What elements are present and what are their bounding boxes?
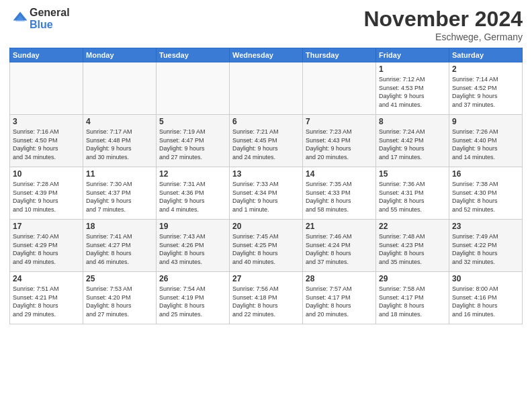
calendar-cell: 4Sunrise: 7:17 AM Sunset: 4:48 PM Daylig… <box>83 115 157 167</box>
header: General Blue November 2024 Eschwege, Ger… <box>9 7 523 42</box>
day-number: 26 <box>159 274 226 283</box>
calendar-week-0: 1Sunrise: 7:12 AM Sunset: 4:53 PM Daylig… <box>10 62 523 115</box>
calendar-cell: 30Sunrise: 8:00 AM Sunset: 4:16 PM Dayli… <box>449 272 523 324</box>
calendar-cell: 28Sunrise: 7:57 AM Sunset: 4:17 PM Dayli… <box>303 272 376 324</box>
day-number: 19 <box>159 222 226 231</box>
day-number: 30 <box>452 274 519 283</box>
day-info: Sunrise: 7:33 AM Sunset: 4:34 PM Dayligh… <box>232 180 300 214</box>
col-tuesday: Tuesday <box>157 48 230 62</box>
calendar-week-4: 24Sunrise: 7:51 AM Sunset: 4:21 PM Dayli… <box>10 272 523 324</box>
day-number: 6 <box>232 117 300 126</box>
day-info: Sunrise: 7:48 AM Sunset: 4:23 PM Dayligh… <box>379 232 446 266</box>
calendar-cell: 5Sunrise: 7:19 AM Sunset: 4:47 PM Daylig… <box>157 115 230 167</box>
day-info: Sunrise: 7:43 AM Sunset: 4:26 PM Dayligh… <box>159 232 226 266</box>
day-number: 13 <box>232 169 300 179</box>
col-wednesday: Wednesday <box>230 48 303 62</box>
col-monday: Monday <box>83 48 157 62</box>
calendar-table: Sunday Monday Tuesday Wednesday Thursday… <box>9 48 523 324</box>
day-number: 12 <box>159 169 226 179</box>
day-number: 3 <box>13 117 80 126</box>
calendar-cell: 25Sunrise: 7:53 AM Sunset: 4:20 PM Dayli… <box>83 272 157 324</box>
day-info: Sunrise: 7:49 AM Sunset: 4:22 PM Dayligh… <box>452 232 519 266</box>
calendar-cell: 8Sunrise: 7:24 AM Sunset: 4:42 PM Daylig… <box>376 115 449 167</box>
day-number: 1 <box>379 64 446 74</box>
day-number: 16 <box>452 169 519 179</box>
day-number: 14 <box>306 169 373 179</box>
logo: General Blue <box>9 7 70 30</box>
day-info: Sunrise: 7:24 AM Sunset: 4:42 PM Dayligh… <box>379 128 446 161</box>
calendar-cell: 9Sunrise: 7:26 AM Sunset: 4:40 PM Daylig… <box>449 115 523 167</box>
day-number: 15 <box>379 169 446 179</box>
day-info: Sunrise: 7:35 AM Sunset: 4:33 PM Dayligh… <box>306 180 373 214</box>
day-number: 11 <box>86 169 153 179</box>
col-thursday: Thursday <box>303 48 376 62</box>
day-number: 10 <box>13 169 80 179</box>
calendar-cell: 20Sunrise: 7:45 AM Sunset: 4:25 PM Dayli… <box>230 220 303 272</box>
day-info: Sunrise: 7:30 AM Sunset: 4:37 PM Dayligh… <box>86 180 153 214</box>
calendar-cell: 17Sunrise: 7:40 AM Sunset: 4:29 PM Dayli… <box>10 220 83 272</box>
day-number: 18 <box>86 222 153 231</box>
logo-general: General <box>30 7 70 19</box>
calendar-week-3: 17Sunrise: 7:40 AM Sunset: 4:29 PM Dayli… <box>10 220 523 272</box>
day-info: Sunrise: 7:40 AM Sunset: 4:29 PM Dayligh… <box>13 232 80 266</box>
calendar-cell: 18Sunrise: 7:41 AM Sunset: 4:27 PM Dayli… <box>83 220 157 272</box>
logo-icon <box>12 11 28 27</box>
calendar-cell: 7Sunrise: 7:23 AM Sunset: 4:43 PM Daylig… <box>303 115 376 167</box>
month-title: November 2024 <box>363 7 523 32</box>
day-info: Sunrise: 7:23 AM Sunset: 4:43 PM Dayligh… <box>306 128 373 161</box>
calendar-header: Sunday Monday Tuesday Wednesday Thursday… <box>10 48 523 62</box>
day-number: 27 <box>232 274 300 283</box>
day-number: 29 <box>379 274 446 283</box>
title-block: November 2024 Eschwege, Germany <box>363 7 523 42</box>
calendar-cell <box>303 62 376 115</box>
day-info: Sunrise: 7:58 AM Sunset: 4:17 PM Dayligh… <box>379 285 446 318</box>
calendar-cell <box>10 62 83 115</box>
day-number: 28 <box>306 274 373 283</box>
calendar-cell: 16Sunrise: 7:38 AM Sunset: 4:30 PM Dayli… <box>449 167 523 220</box>
day-number: 8 <box>379 117 446 126</box>
calendar-cell: 15Sunrise: 7:36 AM Sunset: 4:31 PM Dayli… <box>376 167 449 220</box>
col-sunday: Sunday <box>10 48 83 62</box>
calendar-cell: 23Sunrise: 7:49 AM Sunset: 4:22 PM Dayli… <box>449 220 523 272</box>
day-info: Sunrise: 7:28 AM Sunset: 4:39 PM Dayligh… <box>13 180 80 214</box>
day-number: 5 <box>159 117 226 126</box>
calendar-cell: 10Sunrise: 7:28 AM Sunset: 4:39 PM Dayli… <box>10 167 83 220</box>
day-info: Sunrise: 7:38 AM Sunset: 4:30 PM Dayligh… <box>452 180 519 214</box>
day-number: 25 <box>86 274 153 283</box>
day-number: 20 <box>232 222 300 231</box>
calendar-cell: 12Sunrise: 7:31 AM Sunset: 4:36 PM Dayli… <box>157 167 230 220</box>
day-info: Sunrise: 7:26 AM Sunset: 4:40 PM Dayligh… <box>452 128 519 161</box>
calendar-cell: 22Sunrise: 7:48 AM Sunset: 4:23 PM Dayli… <box>376 220 449 272</box>
calendar-cell <box>83 62 157 115</box>
day-info: Sunrise: 7:17 AM Sunset: 4:48 PM Dayligh… <box>86 128 153 161</box>
calendar-cell: 27Sunrise: 7:56 AM Sunset: 4:18 PM Dayli… <box>230 272 303 324</box>
logo-blue: Blue <box>30 19 70 31</box>
col-saturday: Saturday <box>449 48 523 62</box>
calendar-cell: 29Sunrise: 7:58 AM Sunset: 4:17 PM Dayli… <box>376 272 449 324</box>
day-info: Sunrise: 7:57 AM Sunset: 4:17 PM Dayligh… <box>306 285 373 318</box>
day-info: Sunrise: 7:56 AM Sunset: 4:18 PM Dayligh… <box>232 285 300 318</box>
calendar-cell: 6Sunrise: 7:21 AM Sunset: 4:45 PM Daylig… <box>230 115 303 167</box>
day-info: Sunrise: 7:46 AM Sunset: 4:24 PM Dayligh… <box>306 232 373 266</box>
day-info: Sunrise: 7:53 AM Sunset: 4:20 PM Dayligh… <box>86 285 153 318</box>
day-number: 21 <box>306 222 373 231</box>
day-info: Sunrise: 7:31 AM Sunset: 4:36 PM Dayligh… <box>159 180 226 214</box>
day-info: Sunrise: 7:36 AM Sunset: 4:31 PM Dayligh… <box>379 180 446 214</box>
day-number: 23 <box>452 222 519 231</box>
day-info: Sunrise: 7:19 AM Sunset: 4:47 PM Dayligh… <box>159 128 226 161</box>
day-info: Sunrise: 7:45 AM Sunset: 4:25 PM Dayligh… <box>232 232 300 266</box>
location: Eschwege, Germany <box>363 32 523 42</box>
day-info: Sunrise: 8:00 AM Sunset: 4:16 PM Dayligh… <box>452 285 519 318</box>
day-number: 17 <box>13 222 80 231</box>
logo-text: General Blue <box>30 7 70 30</box>
day-info: Sunrise: 7:12 AM Sunset: 4:53 PM Dayligh… <box>379 75 446 109</box>
day-info: Sunrise: 7:51 AM Sunset: 4:21 PM Dayligh… <box>13 285 80 318</box>
calendar-week-1: 3Sunrise: 7:16 AM Sunset: 4:50 PM Daylig… <box>10 115 523 167</box>
calendar-page: General Blue November 2024 Eschwege, Ger… <box>0 0 532 411</box>
calendar-cell: 3Sunrise: 7:16 AM Sunset: 4:50 PM Daylig… <box>10 115 83 167</box>
day-info: Sunrise: 7:14 AM Sunset: 4:52 PM Dayligh… <box>452 75 519 109</box>
day-info: Sunrise: 7:21 AM Sunset: 4:45 PM Dayligh… <box>232 128 300 161</box>
calendar-cell: 14Sunrise: 7:35 AM Sunset: 4:33 PM Dayli… <box>303 167 376 220</box>
calendar-cell: 26Sunrise: 7:54 AM Sunset: 4:19 PM Dayli… <box>157 272 230 324</box>
day-info: Sunrise: 7:54 AM Sunset: 4:19 PM Dayligh… <box>159 285 226 318</box>
